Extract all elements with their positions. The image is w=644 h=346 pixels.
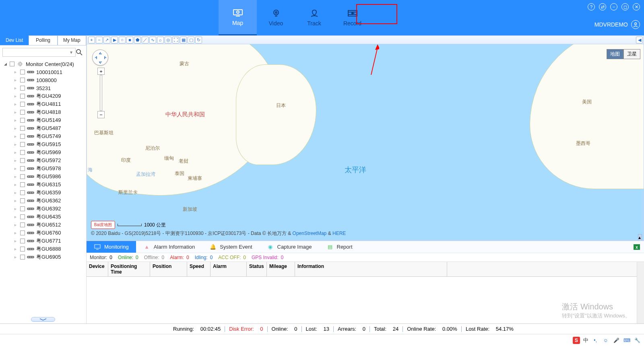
col-status[interactable]: Status (247, 262, 267, 276)
target-icon[interactable]: ◎ (165, 37, 171, 43)
checkbox[interactable] (20, 214, 25, 219)
tree-device-node[interactable]: ▹粤GU6771 (4, 237, 86, 245)
help-icon[interactable]: ? (588, 3, 595, 10)
expand-icon[interactable]: ▹ (14, 183, 19, 187)
expand-icon[interactable]: ▹ (14, 150, 19, 154)
collapse-toolbar-icon[interactable]: ◀ (636, 37, 643, 43)
dropdown-arrow-icon[interactable]: ▾ (70, 49, 72, 55)
checkbox[interactable] (20, 231, 25, 235)
checkbox[interactable] (20, 158, 25, 163)
nav-tab-video[interactable]: Video (257, 0, 295, 35)
tree-device-node[interactable]: ▹1008000 (4, 76, 86, 84)
measure-icon[interactable]: ↗ (103, 37, 110, 43)
zoom-out-icon[interactable]: − (96, 37, 103, 43)
swap-icon[interactable]: ⇄ (599, 3, 606, 10)
expand-icon[interactable]: ▹ (14, 175, 19, 179)
expand-icon[interactable]: ▹ (14, 191, 19, 195)
tree-device-node[interactable]: ▹粤GU5978 (4, 165, 86, 173)
checkbox[interactable] (20, 239, 25, 243)
punctuation-icon[interactable]: •, (592, 337, 599, 344)
sogou-ime-icon[interactable]: S (573, 337, 580, 344)
line-icon[interactable]: ／ (142, 37, 149, 43)
expand-icon[interactable]: ▹ (14, 86, 19, 90)
tree-device-node[interactable]: ▹粤GU6315 (4, 181, 86, 189)
vertical-scrollbar[interactable] (637, 262, 644, 323)
col-speed[interactable]: Speed (187, 262, 211, 276)
tree-device-node[interactable]: ▹35231 (4, 84, 86, 92)
keyboard-icon[interactable]: ⌨ (623, 337, 630, 344)
tab-system-event[interactable]: 🔔 System Event (202, 241, 259, 253)
search-icon[interactable] (75, 48, 84, 57)
tree-device-node[interactable]: ▹粤GU6392 (4, 205, 86, 213)
tree-device-node[interactable]: ▹粤GU6905 (4, 253, 86, 261)
col-time[interactable]: Positioning Time (108, 262, 150, 276)
tree-device-node[interactable]: ▹粤GU4818 (4, 108, 86, 116)
zoom-in-button[interactable]: + (97, 68, 105, 75)
expand-icon[interactable]: ▹ (14, 207, 19, 211)
search-tool-icon[interactable]: ⌕ (157, 37, 164, 43)
checkbox[interactable] (20, 150, 25, 155)
tree-device-node[interactable]: ▹粤GU4811 (4, 100, 86, 108)
col-device[interactable]: Device (87, 262, 108, 276)
map-canvas[interactable]: 蒙古 中华人民共和国 日本 巴基斯坦 尼泊尔 印度 缅甸 老挝 泰国 柬埔寨 孟… (87, 44, 644, 241)
checkbox[interactable] (20, 206, 25, 211)
map-type-satellite[interactable]: 卫星 (623, 49, 640, 59)
tab-report[interactable]: ▤ Report (319, 241, 360, 253)
expand-icon[interactable]: ▹ (14, 118, 19, 122)
expand-icon[interactable]: ▹ (14, 126, 19, 130)
expand-icon[interactable]: ▹ (14, 142, 19, 146)
checkbox[interactable] (20, 86, 25, 91)
expand-icon[interactable]: ▹ (14, 78, 19, 82)
tree-device-node[interactable]: ▹粤GU6435 (4, 213, 86, 221)
tree-device-node[interactable]: ▹100010011 (4, 68, 86, 76)
checkbox[interactable] (20, 78, 25, 82)
here-link[interactable]: HERE (332, 231, 346, 236)
resize-handle-icon[interactable]: ▴ (638, 234, 642, 241)
expand-icon[interactable]: ▹ (14, 247, 19, 251)
checkbox[interactable] (20, 110, 25, 115)
tree-device-node[interactable]: ▹粤GU5487 (4, 124, 86, 132)
checkbox[interactable] (20, 126, 25, 131)
collapse-icon[interactable]: ◢ (4, 62, 8, 66)
expand-icon[interactable]: ▹ (14, 159, 19, 163)
maximize-icon[interactable]: ◻ (621, 3, 629, 10)
stop-icon[interactable]: ■ (126, 37, 133, 43)
col-mileage[interactable]: Mileage (267, 262, 295, 276)
tree-device-node[interactable]: ▹粤GU5149 (4, 116, 86, 124)
checkbox[interactable] (20, 198, 25, 203)
checkbox[interactable] (20, 70, 25, 74)
expand-icon[interactable]: ▹ (14, 255, 19, 259)
polygon-icon[interactable]: ⬟ (134, 37, 141, 43)
checkbox[interactable] (20, 255, 25, 260)
user-area[interactable]: MDVRDEMO (594, 20, 640, 29)
search-input[interactable] (2, 48, 76, 57)
tree-device-node[interactable]: ▹粤GU5972 (4, 157, 86, 165)
map-pan-control[interactable] (92, 49, 108, 66)
tree-device-node[interactable]: ▹粤GU5986 (4, 173, 86, 181)
tab-alarm[interactable]: ▲ Alarm Information (136, 241, 202, 253)
expand-icon[interactable]: ▹ (14, 102, 19, 106)
curve-icon[interactable]: ∿ (149, 37, 156, 43)
checkbox[interactable] (20, 166, 25, 171)
checkbox[interactable] (20, 182, 25, 187)
expand-icon[interactable]: ▹ (14, 239, 19, 243)
tab-capture[interactable]: ◉ Capture Image (260, 241, 319, 253)
expand-panel-icon[interactable] (31, 317, 55, 322)
expand-icon[interactable]: ▹ (14, 215, 19, 219)
checkbox[interactable] (20, 174, 25, 179)
fullscreen-icon[interactable]: ⛶ (172, 37, 179, 43)
tree-device-node[interactable]: ▹粤GU6512 (4, 221, 86, 229)
tree-root-node[interactable]: ◢ Monitor Center(0/24) (4, 60, 86, 68)
zoom-in-icon[interactable]: + (88, 37, 95, 43)
grid1-icon[interactable]: ▢ (188, 37, 194, 43)
map-type-normal[interactable]: 地图 (607, 49, 623, 59)
emoji-icon[interactable]: ☺ (602, 337, 609, 344)
col-position[interactable]: Position (150, 262, 187, 276)
tree-device-node[interactable]: ▹粤GU5969 (4, 148, 86, 157)
tab-monitoring[interactable]: Monitoring (87, 241, 136, 253)
sidebar-tab-polling[interactable]: Polling (29, 35, 57, 45)
expand-icon[interactable]: ▹ (14, 110, 19, 114)
settings-icon[interactable]: 🔧 (634, 337, 641, 344)
expand-icon[interactable]: ▹ (14, 199, 19, 203)
checkbox[interactable] (20, 247, 25, 251)
